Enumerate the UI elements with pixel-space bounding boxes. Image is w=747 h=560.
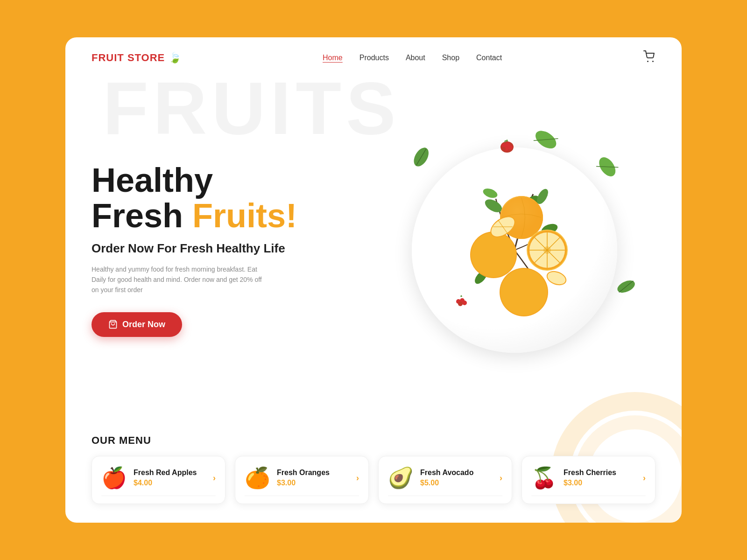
hero-right <box>374 65 655 425</box>
svg-point-0 <box>647 61 648 62</box>
navbar: FRUIT STORE 🍃 Home Products About Shop C… <box>65 37 682 65</box>
brand-name: FRUIT STORE <box>92 52 165 64</box>
hero-left: Healthy Fresh Fruits! Order Now For Fres… <box>92 65 374 425</box>
menu-section: OUR MENU 🍎 Fresh Red Apples $4.00 › 🍊 <box>65 425 682 523</box>
cherry-arrow[interactable]: › <box>643 473 646 483</box>
hero-section: Healthy Fresh Fruits! Order Now For Fres… <box>65 65 682 425</box>
apple-info: Fresh Red Apples $4.00 <box>134 469 206 487</box>
hero-description: Healthy and yummy food for fresh morning… <box>92 264 269 295</box>
cart-icon[interactable] <box>643 50 655 65</box>
nav-item-products[interactable]: Products <box>359 54 389 62</box>
menu-card-apples[interactable]: 🍎 Fresh Red Apples $4.00 › <box>92 456 226 504</box>
floating-berry-1 <box>499 138 515 154</box>
avocado-price: $5.00 <box>420 479 493 487</box>
main-card: FRUITS FRUIT STORE 🍃 Home Products About… <box>65 37 682 523</box>
floating-berry-2 <box>454 294 469 309</box>
nav-item-shop[interactable]: Shop <box>442 54 459 62</box>
apple-icon: 🍎 <box>101 466 127 490</box>
nav-item-home[interactable]: Home <box>323 54 343 62</box>
orange-price: $3.00 <box>277 479 350 487</box>
menu-title: OUR MENU <box>92 434 655 447</box>
apple-price: $4.00 <box>134 479 206 487</box>
logo[interactable]: FRUIT STORE 🍃 <box>92 52 181 64</box>
orange-name: Fresh Oranges <box>277 469 350 477</box>
avocado-name: Fresh Avocado <box>420 469 493 477</box>
cherry-price: $3.00 <box>564 479 636 487</box>
svg-point-21 <box>458 301 463 306</box>
avocado-arrow[interactable]: › <box>500 473 502 483</box>
hero-subtitle: Order Now For Fresh Healthy Life <box>92 241 374 256</box>
nav-links: Home Products About Shop Contact <box>323 54 502 62</box>
cherry-info: Fresh Cherries $3.00 <box>564 469 636 487</box>
menu-card-avocado[interactable]: 🥑 Fresh Avocado $5.00 › <box>378 456 512 504</box>
orange-icon: 🍊 <box>245 466 270 490</box>
svg-point-20 <box>462 301 467 305</box>
bag-icon <box>108 320 118 329</box>
apple-arrow[interactable]: › <box>213 473 216 483</box>
svg-point-41 <box>500 269 547 315</box>
nav-item-about[interactable]: About <box>406 54 425 62</box>
oranges-svg <box>421 157 608 343</box>
orange-info: Fresh Oranges $3.00 <box>277 469 350 487</box>
svg-point-37 <box>543 246 551 254</box>
cherry-name: Fresh Cherries <box>564 469 636 477</box>
apple-name: Fresh Red Apples <box>134 469 206 477</box>
svg-point-17 <box>502 147 506 151</box>
svg-point-15 <box>508 145 513 150</box>
cherry-icon: 🍒 <box>531 466 557 490</box>
plate-circle <box>412 147 617 353</box>
svg-point-28 <box>482 187 499 200</box>
menu-card-cherries[interactable]: 🍒 Fresh Cherries $3.00 › <box>521 456 655 504</box>
order-now-button[interactable]: Order Now <box>92 312 182 337</box>
orange-arrow[interactable]: › <box>356 473 359 483</box>
menu-grid: 🍎 Fresh Red Apples $4.00 › 🍊 Fresh Orang… <box>92 456 655 504</box>
hero-title: Healthy Fresh Fruits! <box>92 163 374 233</box>
menu-card-oranges[interactable]: 🍊 Fresh Oranges $3.00 › <box>235 456 369 504</box>
svg-point-33 <box>471 232 516 277</box>
leaf-icon: 🍃 <box>169 52 181 64</box>
svg-point-1 <box>652 61 654 62</box>
avocado-info: Fresh Avocado $5.00 <box>420 469 493 487</box>
nav-item-contact[interactable]: Contact <box>476 54 502 62</box>
avocado-icon: 🥑 <box>388 466 414 490</box>
